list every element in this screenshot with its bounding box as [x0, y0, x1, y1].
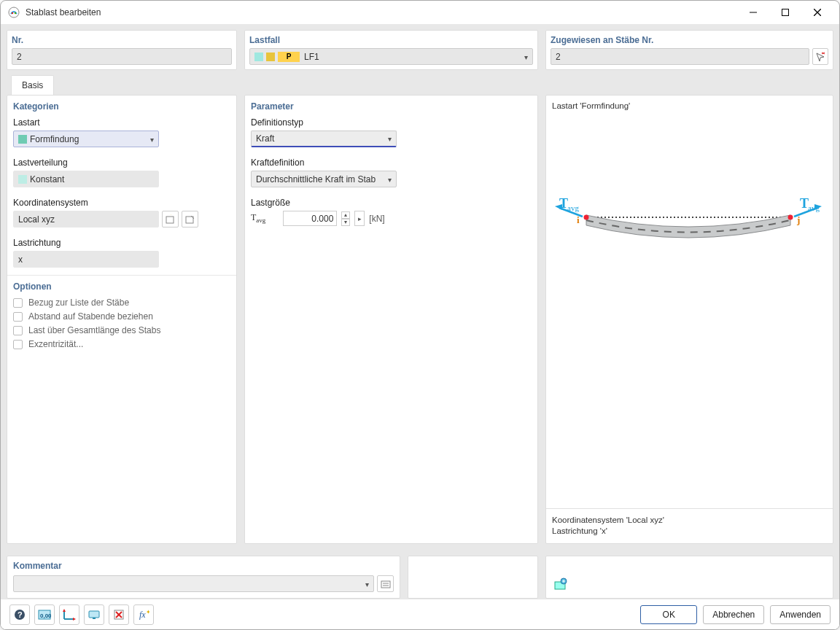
def-label: Definitionstyp: [251, 117, 532, 128]
checkbox-icon: [13, 312, 23, 322]
svg-point-1: [12, 12, 13, 14]
spin-down-button[interactable]: ▾: [341, 219, 350, 226]
preview-info-coord: Koordinatensystem 'Local xyz': [552, 515, 827, 526]
lastverteilung-label: Lastverteilung: [13, 158, 230, 168]
koord-edit-button[interactable]: [182, 211, 198, 228]
lastfall-label: Lastfall: [249, 35, 533, 45]
koord-value: Local xyz: [18, 214, 55, 225]
tab-basis[interactable]: Basis: [11, 75, 54, 95]
lastrichtung-label: Lastrichtung: [13, 238, 230, 248]
lastverteilung-color-icon: [18, 175, 27, 184]
lastfall-value: LF1: [304, 52, 319, 62]
svg-text:i: i: [577, 214, 580, 225]
lastverteilung-select: Konstant: [13, 171, 159, 187]
assign-label: Zugewiesen an Stäbe Nr.: [551, 35, 828, 45]
opt-eccentricity-label: Exzentrizität...: [28, 339, 83, 349]
svg-text:✦: ✦: [146, 609, 149, 615]
def-select[interactable]: Kraft ▾: [251, 131, 397, 147]
opt-eccentricity[interactable]: Exzentrizität...: [13, 339, 230, 349]
kraft-value: Durchschnittliche Kraft im Stab: [256, 174, 376, 184]
ok-button[interactable]: OK: [640, 605, 697, 624]
app-icon: [8, 7, 20, 18]
svg-marker-36: [73, 618, 76, 621]
help-button[interactable]: ?: [9, 604, 30, 625]
svg-point-2: [15, 12, 16, 14]
checkbox-icon: [13, 340, 23, 349]
apply-button[interactable]: Anwenden: [770, 605, 831, 624]
svg-rect-25: [381, 581, 390, 588]
lastart-label: Lastart: [13, 117, 230, 128]
def-value: Kraft: [256, 133, 274, 144]
svg-text:fx: fx: [139, 610, 146, 620]
lastrichtung-select: x: [13, 251, 159, 268]
t-unit: [kN]: [369, 214, 384, 224]
minimize-button[interactable]: [737, 2, 769, 23]
lastrichtung-value: x: [18, 254, 23, 265]
preview-title: Lastart 'Formfindung': [552, 101, 827, 110]
opt-end-distance[interactable]: Abstand auf Stabende beziehen: [13, 311, 230, 322]
scale-button[interactable]: [59, 604, 79, 625]
kommentar-pick-button[interactable]: [377, 575, 394, 592]
svg-text:?: ?: [18, 610, 23, 619]
display-button[interactable]: [84, 604, 104, 625]
preview-info-dir: Lastrichtung 'x': [552, 526, 827, 537]
chevron-down-icon: ▾: [388, 175, 392, 183]
loadcase-color-1-icon: [254, 52, 263, 61]
svg-point-21: [584, 215, 589, 220]
lastart-select[interactable]: Formfindung ▾: [13, 131, 159, 147]
svg-text:j: j: [796, 214, 800, 225]
svg-text:✦: ✦: [168, 214, 174, 217]
kommentar-label: Kommentar: [13, 561, 394, 571]
parameter-title: Parameter: [251, 101, 532, 112]
delete-button[interactable]: [109, 604, 129, 625]
kommentar-input[interactable]: ▾: [13, 575, 374, 592]
svg-rect-38: [89, 611, 99, 618]
opt-end-distance-label: Abstand auf Stabende beziehen: [28, 311, 153, 322]
chevron-down-icon: ▾: [388, 135, 392, 143]
loadcase-color-2-icon: [266, 52, 275, 61]
svg-marker-15: [555, 204, 562, 210]
svg-rect-11: [186, 217, 193, 223]
koord-select: Local xyz: [13, 211, 159, 228]
koord-new-button[interactable]: ✦: [162, 211, 179, 228]
last-label: Lastgröße: [251, 198, 532, 208]
chevron-down-icon: ▾: [365, 580, 369, 588]
checkbox-icon: [13, 298, 23, 308]
close-button[interactable]: [801, 2, 833, 23]
preview-tool-button[interactable]: [552, 575, 569, 592]
spin-up-button[interactable]: ▴: [341, 211, 350, 219]
lastart-color-icon: [18, 135, 27, 144]
assign-input[interactable]: 2: [551, 48, 809, 65]
optionen-title: Optionen: [13, 281, 230, 292]
t-symbol: Tavg: [251, 212, 265, 224]
opt-full-length-label: Last über Gesamtlänge des Stabs: [28, 325, 160, 335]
checkbox-icon: [13, 326, 23, 335]
opt-full-length[interactable]: Last über Gesamtlänge des Stabs: [13, 325, 230, 335]
kraft-select[interactable]: Durchschnittliche Kraft im Stab ▾: [251, 171, 397, 187]
opt-list-ref[interactable]: Bezug zur Liste der Stäbe: [13, 298, 230, 308]
nr-input[interactable]: 2: [12, 48, 232, 65]
koord-label: Koordinatensystem: [13, 198, 230, 208]
cancel-button[interactable]: Abbrechen: [703, 605, 764, 624]
maximize-button[interactable]: [769, 2, 801, 23]
svg-marker-37: [63, 609, 66, 612]
function-button[interactable]: fx✦: [133, 604, 154, 625]
svg-rect-4: [782, 9, 789, 16]
loadcase-type-badge: P: [278, 52, 300, 62]
kraft-label: Kraftdefinition: [251, 158, 532, 168]
pick-members-button[interactable]: [812, 48, 828, 65]
window-title: Stablast bearbeiten: [26, 7, 737, 18]
chevron-down-icon: ▾: [524, 52, 528, 61]
svg-rect-9: [166, 217, 174, 223]
lastverteilung-value: Konstant: [30, 174, 64, 184]
svg-text:0,00: 0,00: [40, 612, 51, 619]
units-button[interactable]: 0,00: [34, 604, 55, 625]
spin-run-button[interactable]: ▸: [354, 211, 365, 226]
aux-panel-1: [408, 556, 538, 599]
opt-list-ref-label: Bezug zur Liste der Stäbe: [28, 298, 129, 308]
nr-label: Nr.: [12, 35, 232, 45]
lastfall-select[interactable]: P LF1 ▾: [249, 48, 533, 65]
t-value-input[interactable]: 0.000: [283, 211, 337, 226]
lastart-value: Formfindung: [30, 134, 79, 144]
preview-canvas: T avg T avg: [546, 114, 833, 508]
